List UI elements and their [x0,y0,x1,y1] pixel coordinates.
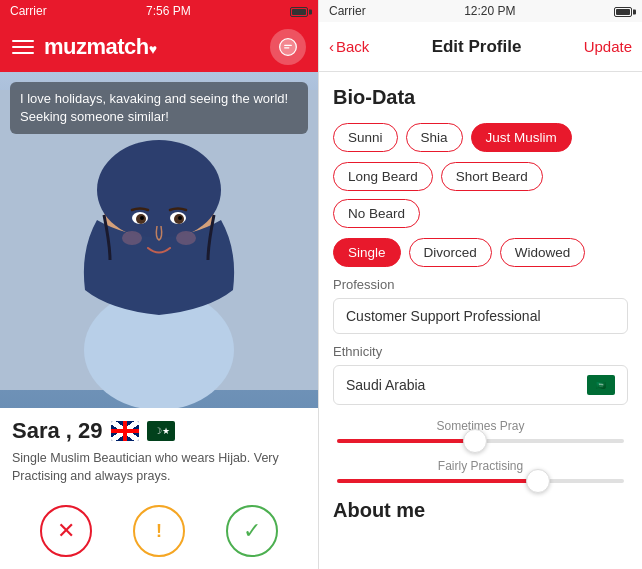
religion-options: SunniShiaJust Muslim [333,123,628,152]
status-option-0[interactable]: Single [333,238,401,267]
religion-option-1[interactable]: Shia [406,123,463,152]
update-button[interactable]: Update [584,38,632,55]
profile-image-area: I love holidays, kavaking and seeing the… [0,72,318,408]
profession-value: Customer Support Professional [346,308,541,324]
practising-slider-fill [337,479,538,483]
left-header: muzmatch♥ [0,22,318,72]
svg-point-10 [140,216,144,220]
hamburger-menu[interactable] [12,40,34,54]
flag-pk-icon [147,421,175,441]
left-status-bar: Carrier 7:56 PM [0,0,318,22]
beard-options: Long BeardShort BeardNo Beard [333,162,628,228]
status-option-2[interactable]: Widowed [500,238,586,267]
svg-point-11 [178,216,182,220]
back-label: Back [336,38,369,55]
ethnicity-value: Saudi Arabia [346,377,425,393]
accept-button[interactable]: ✓ [226,505,278,557]
religion-option-2[interactable]: Just Muslim [471,123,572,152]
right-panel: Carrier 12:20 PM ‹ Back Edit Profile Upd… [318,0,642,569]
right-header: ‹ Back Edit Profile Update [319,22,642,72]
ethnicity-label: Ethnicity [333,344,628,359]
right-carrier: Carrier [329,4,366,18]
info-button[interactable]: ! [133,505,185,557]
action-buttons: ✕ ! ✓ [0,493,318,569]
profile-name-row: Sara , 29 [12,418,306,444]
svg-point-5 [97,140,221,240]
back-button[interactable]: ‹ Back [329,38,369,55]
profile-description: Single Muslim Beautician who wears Hijab… [12,450,306,485]
left-time: 7:56 PM [146,4,191,18]
reject-button[interactable]: ✕ [40,505,92,557]
svg-point-12 [122,231,142,245]
profession-label: Profession [333,277,628,292]
right-time: 12:20 PM [464,4,515,18]
profile-bottom: Sara , 29 Single Muslim Beautician who w… [0,408,318,493]
status-option-1[interactable]: Divorced [409,238,492,267]
back-chevron-icon: ‹ [329,38,334,55]
right-status-bar: Carrier 12:20 PM [319,0,642,22]
flag-uk-icon [111,421,139,441]
profession-input[interactable]: Customer Support Professional [333,298,628,334]
right-battery [614,4,632,18]
practising-slider-thumb[interactable] [526,469,550,493]
bio-text: I love holidays, kavaking and seeing the… [20,91,288,124]
practising-label: Fairly Practising [333,459,628,473]
svg-point-13 [176,231,196,245]
prayer-slider-fill [337,439,475,443]
profile-bio-overlay: I love holidays, kavaking and seeing the… [10,82,308,134]
bio-data-title: Bio-Data [333,86,628,109]
status-options: SingleDivorcedWidowed [333,238,628,267]
profile-name: Sara , 29 [12,418,103,444]
about-me-title: About me [333,499,628,522]
app-logo: muzmatch♥ [44,34,157,60]
practising-slider-section: Fairly Practising [333,459,628,483]
prayer-slider-track[interactable] [337,439,624,443]
prayer-slider-thumb[interactable] [463,429,487,453]
flag-sa-icon: 🇸🇦 [587,375,615,395]
svg-point-0 [280,39,297,56]
prayer-slider-section: Sometimes Pray [333,419,628,443]
beard-option-2[interactable]: No Beard [333,199,420,228]
ethnicity-input[interactable]: Saudi Arabia 🇸🇦 [333,365,628,405]
left-carrier: Carrier [10,4,47,18]
left-battery [290,4,308,18]
chat-icon[interactable] [270,29,306,65]
left-panel: Carrier 7:56 PM muzmatch♥ [0,0,318,569]
beard-option-0[interactable]: Long Beard [333,162,433,191]
right-content: Bio-Data SunniShiaJust Muslim Long Beard… [319,72,642,569]
beard-option-1[interactable]: Short Beard [441,162,543,191]
religion-option-0[interactable]: Sunni [333,123,398,152]
practising-slider-track[interactable] [337,479,624,483]
edit-profile-title: Edit Profile [369,37,583,57]
